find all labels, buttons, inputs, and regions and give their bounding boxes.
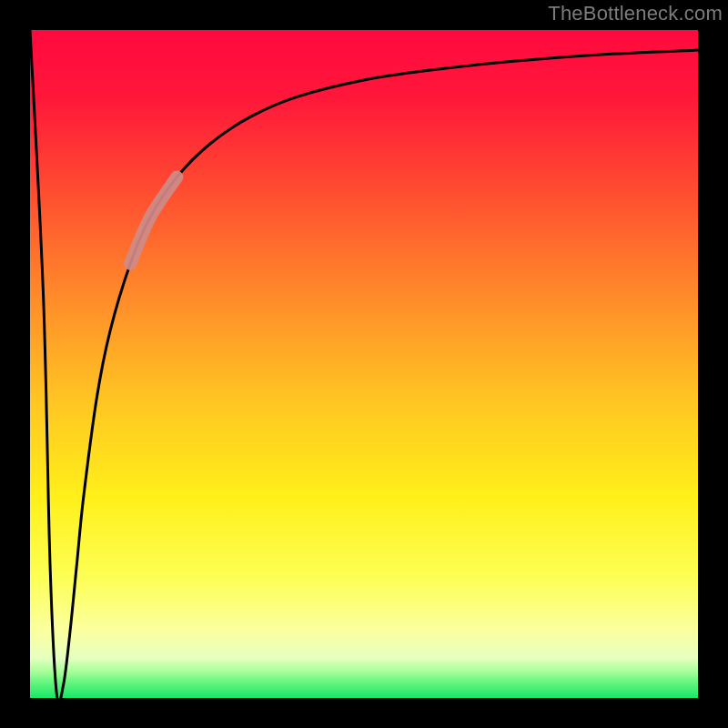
plot-area [30,30,698,698]
watermark-text: TheBottleneck.com [548,2,723,25]
bottleneck-curve [30,30,698,703]
chart-frame: TheBottleneck.com [0,0,728,728]
curve-highlight-segment [130,177,177,263]
curve-svg [30,30,698,698]
